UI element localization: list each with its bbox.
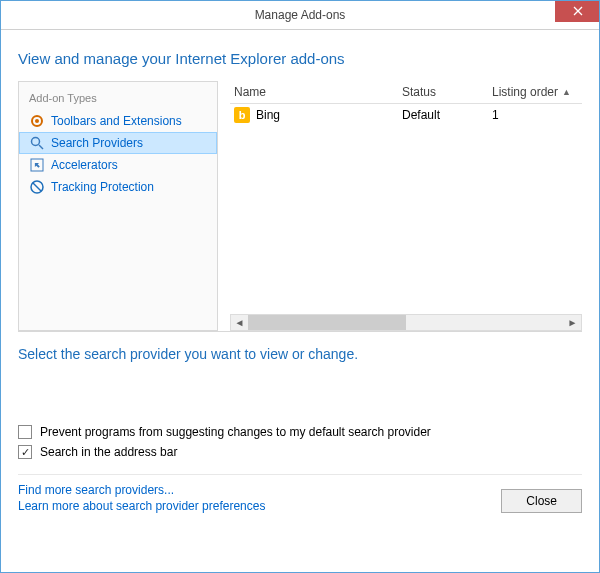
- scroll-right-arrow[interactable]: ►: [564, 315, 581, 330]
- list-header: Name Status Listing order ▲: [230, 81, 582, 104]
- svg-point-4: [32, 138, 40, 146]
- sidebar-item-tracking-protection[interactable]: Tracking Protection: [19, 176, 217, 198]
- sidebar: Add-on Types Toolbars and Extensions Sea…: [18, 81, 218, 331]
- sidebar-item-accelerators[interactable]: Accelerators: [19, 154, 217, 176]
- window-close-button[interactable]: [555, 0, 600, 22]
- sidebar-item-search-providers[interactable]: Search Providers: [19, 132, 217, 154]
- horizontal-scrollbar[interactable]: ◄ ►: [230, 314, 582, 331]
- footer-links: Find more search providers... Learn more…: [18, 483, 265, 513]
- window-title: Manage Add-ons: [255, 8, 346, 22]
- row-status-text: Default: [402, 108, 492, 122]
- close-icon: [573, 6, 583, 16]
- checkbox-row-search-addressbar: Search in the address bar: [18, 442, 582, 462]
- row-order-text: 1: [492, 108, 582, 122]
- row-name-text: Bing: [256, 108, 280, 122]
- providers-list: Name Status Listing order ▲ b Bing Defau…: [230, 81, 582, 331]
- svg-line-5: [39, 145, 43, 149]
- list-row[interactable]: b Bing Default 1: [230, 104, 582, 126]
- content-area: Add-on Types Toolbars and Extensions Sea…: [0, 81, 600, 331]
- learn-more-link[interactable]: Learn more about search provider prefere…: [18, 499, 265, 513]
- info-text: Select the search provider you want to v…: [18, 346, 582, 362]
- column-header-name[interactable]: Name: [230, 85, 402, 99]
- bing-icon: b: [234, 107, 250, 123]
- footer: Find more search providers... Learn more…: [18, 474, 582, 525]
- column-header-order[interactable]: Listing order ▲: [492, 85, 582, 99]
- find-more-link[interactable]: Find more search providers...: [18, 483, 265, 497]
- options-panel: Prevent programs from suggesting changes…: [0, 372, 600, 470]
- sidebar-item-label: Accelerators: [51, 158, 118, 172]
- info-panel: Select the search provider you want to v…: [0, 332, 600, 372]
- prevent-changes-label: Prevent programs from suggesting changes…: [40, 425, 431, 439]
- column-header-status[interactable]: Status: [402, 85, 492, 99]
- checkbox-row-prevent-changes: Prevent programs from suggesting changes…: [18, 422, 582, 442]
- close-button[interactable]: Close: [501, 489, 582, 513]
- header-title: View and manage your Internet Explorer a…: [18, 50, 582, 67]
- gear-icon: [29, 113, 45, 129]
- scroll-left-arrow[interactable]: ◄: [231, 315, 248, 330]
- sidebar-item-label: Search Providers: [51, 136, 143, 150]
- svg-point-3: [35, 119, 39, 123]
- list-body: b Bing Default 1: [230, 104, 582, 314]
- block-icon: [29, 179, 45, 195]
- sidebar-item-label: Toolbars and Extensions: [51, 114, 182, 128]
- search-icon: [29, 135, 45, 151]
- sidebar-item-label: Tracking Protection: [51, 180, 154, 194]
- search-addressbar-label: Search in the address bar: [40, 445, 177, 459]
- sidebar-item-toolbars-extensions[interactable]: Toolbars and Extensions: [19, 110, 217, 132]
- header: View and manage your Internet Explorer a…: [0, 30, 600, 81]
- svg-line-8: [33, 183, 41, 191]
- prevent-changes-checkbox[interactable]: [18, 425, 32, 439]
- sidebar-heading: Add-on Types: [19, 90, 217, 110]
- titlebar: Manage Add-ons: [0, 0, 600, 30]
- arrow-icon: [29, 157, 45, 173]
- search-addressbar-checkbox[interactable]: [18, 445, 32, 459]
- sort-ascending-icon: ▲: [562, 87, 571, 97]
- scroll-thumb[interactable]: [248, 315, 406, 330]
